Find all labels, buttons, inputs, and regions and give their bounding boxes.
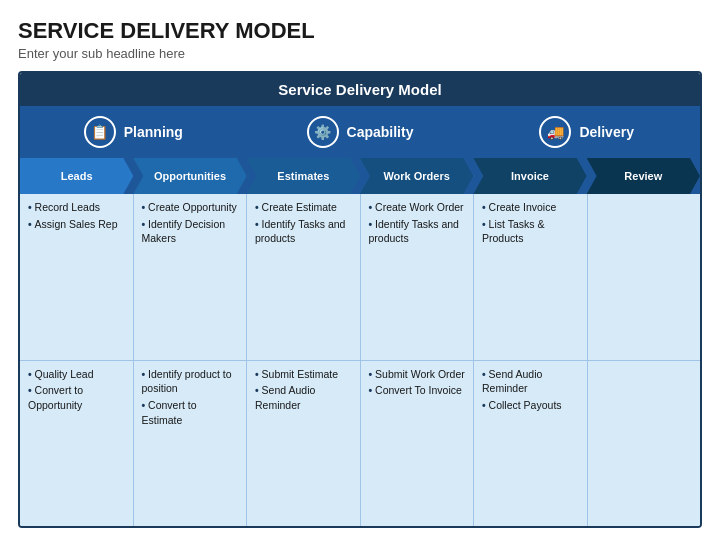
list-item: Identify Tasks and products [255,217,352,246]
list-item: Create Invoice [482,200,579,215]
content-row-bot: Quality LeadConvert to OpportunityIdenti… [20,361,700,527]
phase-label: Planning [124,124,183,140]
content-col-0: Quality LeadConvert to Opportunity [20,361,134,527]
content-col-5 [588,194,701,360]
content-col-2: Create EstimateIdentify Tasks and produc… [247,194,361,360]
stage-item-estimates: Estimates [247,158,360,194]
stage-item-opportunities: Opportunities [133,158,246,194]
page: SERVICE DELIVERY MODEL Enter your sub he… [0,0,720,540]
main-title: SERVICE DELIVERY MODEL [18,18,702,44]
content-col-2: Submit EstimateSend Audio Reminder [247,361,361,527]
stage-item-work-orders: Work Orders [360,158,473,194]
phase-label: Capability [347,124,414,140]
list-item: Convert To Invoice [369,383,466,398]
content-col-0: Record LeadsAssign Sales Rep [20,194,134,360]
list-item: Convert to Estimate [142,398,239,427]
list-item: Convert to Opportunity [28,383,125,412]
banner: Service Delivery Model [20,73,700,106]
content-row-top: Record LeadsAssign Sales RepCreate Oppor… [20,194,700,361]
list-item: Quality Lead [28,367,125,382]
content-col-1: Identify product to positionConvert to E… [134,361,248,527]
phase-item-planning: 📋Planning [20,106,247,158]
phase-row: 📋Planning⚙️Capability🚚Delivery [20,106,700,158]
list-item: Identify product to position [142,367,239,396]
stage-item-review: Review [587,158,700,194]
phase-icon: ⚙️ [307,116,339,148]
list-item: Create Work Order [369,200,466,215]
list-item: Assign Sales Rep [28,217,125,232]
list-item: Identify Decision Makers [142,217,239,246]
phase-label: Delivery [579,124,633,140]
phase-icon: 📋 [84,116,116,148]
list-item: Send Audio Reminder [255,383,352,412]
content-col-5 [588,361,701,527]
stage-item-invoice: Invoice [473,158,586,194]
list-item: Send Audio Reminder [482,367,579,396]
content-col-1: Create OpportunityIdentify Decision Make… [134,194,248,360]
content-grid: Record LeadsAssign Sales RepCreate Oppor… [20,194,700,526]
stage-item-leads: Leads [20,158,133,194]
diagram: Service Delivery Model 📋Planning⚙️Capabi… [18,71,702,528]
stages-row: LeadsOpportunitiesEstimatesWork OrdersIn… [20,158,700,194]
list-item: List Tasks & Products [482,217,579,246]
phase-item-capability: ⚙️Capability [247,106,474,158]
list-item: Collect Payouts [482,398,579,413]
content-col-3: Submit Work OrderConvert To Invoice [361,361,475,527]
list-item: Create Estimate [255,200,352,215]
phase-item-delivery: 🚚Delivery [473,106,700,158]
list-item: Submit Estimate [255,367,352,382]
content-col-4: Send Audio ReminderCollect Payouts [474,361,588,527]
sub-title: Enter your sub headline here [18,46,702,61]
phase-icon: 🚚 [539,116,571,148]
content-col-3: Create Work OrderIdentify Tasks and prod… [361,194,475,360]
list-item: Submit Work Order [369,367,466,382]
list-item: Record Leads [28,200,125,215]
content-col-4: Create InvoiceList Tasks & Products [474,194,588,360]
list-item: Create Opportunity [142,200,239,215]
list-item: Identify Tasks and products [369,217,466,246]
